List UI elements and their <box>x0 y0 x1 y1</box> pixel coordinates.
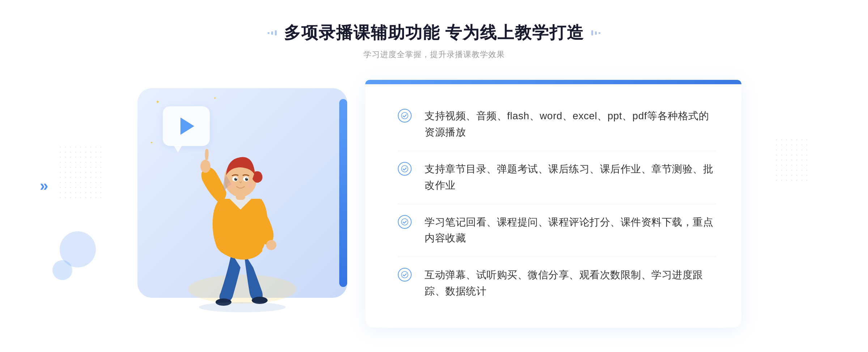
svg-point-0 <box>188 275 297 304</box>
blue-bar-deco <box>339 99 347 287</box>
chevron-left-deco: » <box>40 177 45 194</box>
feature-text-3: 学习笔记回看、课程提问、课程评论打分、课件资料下载，重点内容收藏 <box>425 214 716 247</box>
svg-point-18 <box>401 219 408 225</box>
page-header: 多项录播课辅助功能 专为线上教学打造 学习进度全掌握，提升录播课教学效果 <box>268 22 601 60</box>
dot-grid-right <box>774 137 810 181</box>
check-icon-1 <box>398 109 412 123</box>
feature-text-1: 支持视频、音频、flash、word、excel、ppt、pdf等各种格式的资源… <box>425 108 716 141</box>
sparkle-2: ✦ <box>213 96 216 100</box>
sparkle-3: ✦ <box>150 141 153 145</box>
svg-point-19 <box>401 271 408 278</box>
feature-item-1: 支持视频、音频、flash、word、excel、ppt、pdf等各种格式的资源… <box>398 98 716 151</box>
svg-point-14 <box>247 183 254 188</box>
feature-text-4: 互动弹幕、试听购买、微信分享、观看次数限制、学习进度跟踪、数据统计 <box>425 267 716 300</box>
sparkle-1: ✦ <box>156 99 160 105</box>
dot-grid-left <box>58 145 101 202</box>
svg-point-11 <box>236 178 237 179</box>
svg-point-17 <box>401 166 408 172</box>
feature-text-2: 支持章节目录、弹题考试、课后练习、课后作业、章节测验、批改作业 <box>425 161 716 194</box>
illustration-container: ✦ ✦ ✦ <box>127 77 380 330</box>
svg-point-13 <box>227 183 234 188</box>
feature-item-4: 互动弹幕、试听购买、微信分享、观看次数限制、学习进度跟踪、数据统计 <box>398 257 716 310</box>
card-top-bar <box>365 80 741 84</box>
check-icon-2 <box>398 162 412 176</box>
content-area: ✦ ✦ ✦ <box>127 77 741 330</box>
check-icon-3 <box>398 215 412 229</box>
title-deco-left <box>268 30 277 35</box>
feature-item-3: 学习笔记回看、课程提问、课程评论打分、课件资料下载，重点内容收藏 <box>398 204 716 257</box>
svg-point-12 <box>247 178 248 179</box>
check-icon-4 <box>398 268 412 282</box>
main-title: 多项录播课辅助功能 专为线上教学打造 <box>284 22 584 44</box>
svg-point-16 <box>401 112 408 119</box>
title-deco-right <box>591 30 600 35</box>
circle-deco-2 <box>52 260 72 280</box>
features-card: 支持视频、音频、flash、word、excel、ppt、pdf等各种格式的资源… <box>365 80 741 327</box>
sub-title: 学习进度全掌握，提升录播课教学效果 <box>268 49 601 60</box>
page-wrapper: » 多项录播课辅助功能 专为线上教学打造 学习进度全掌握，提升录播课教学效果 ✦ <box>0 0 868 352</box>
svg-point-15 <box>199 302 286 312</box>
feature-item-2: 支持章节目录、弹题考试、课后练习、课后作业、章节测验、批改作业 <box>398 151 716 204</box>
svg-point-4 <box>266 240 276 250</box>
title-row: 多项录播课辅助功能 专为线上教学打造 <box>268 22 601 44</box>
person-illustration <box>174 116 311 319</box>
svg-point-3 <box>200 160 210 173</box>
